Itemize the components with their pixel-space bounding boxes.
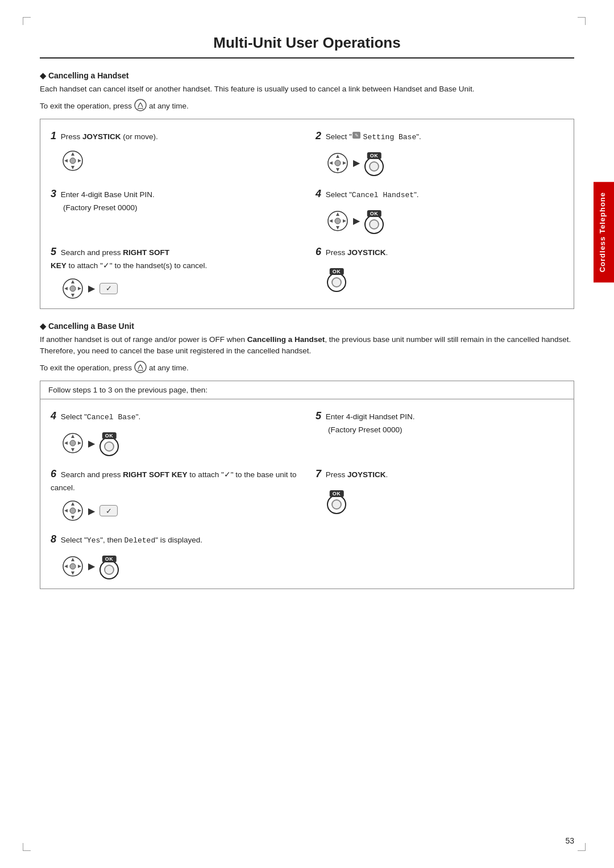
step-1-text: 1 Press JOYSTICK (or move).: [51, 128, 298, 144]
svg-marker-37: [71, 502, 74, 506]
check-button-s2-6: ✓: [99, 505, 118, 516]
s2-step-7-icons: OK: [327, 488, 563, 514]
joystick-icon-5: [62, 278, 84, 299]
step-1: 1 Press JOYSTICK (or move).: [51, 128, 298, 176]
svg-marker-24: [71, 294, 74, 297]
s2-step-8: 8 Select "Yes", then Deleted" is display…: [51, 532, 563, 579]
section2-steps-grid: 4 Select "Cancel Base".: [51, 408, 563, 579]
step-5-text: 5 Search and press RIGHT SOFTKEY to atta…: [51, 244, 298, 272]
svg-marker-5: [64, 159, 68, 162]
svg-marker-3: [71, 152, 74, 156]
svg-marker-11: [336, 155, 339, 158]
step-3: 3 Enter 4-digit Base Unit PIN. (Factory …: [51, 186, 298, 234]
svg-marker-44: [71, 571, 74, 575]
s2-step-7-text: 7 Press JOYSTICK.: [316, 466, 563, 482]
section-cancelling-handset: Cancelling a Handset Each handset can ca…: [40, 71, 574, 309]
step-6-text: 6 Press JOYSTICK.: [316, 244, 563, 260]
s2-step-7: 7 Press JOYSTICK. OK: [316, 466, 563, 521]
s2-step-5: 5 Enter 4-digit Handset PIN. (Factory Pr…: [316, 408, 563, 456]
s2-step-5-text: 5 Enter 4-digit Handset PIN. (Factory Pr…: [316, 408, 563, 436]
arrow-s2-4: ▶: [88, 438, 95, 449]
step-2-icons: ▶ OK: [327, 150, 563, 176]
step-4: 4 Select "Cancel Handset". ▶: [316, 186, 563, 234]
svg-marker-6: [78, 159, 81, 162]
svg-marker-38: [71, 516, 74, 519]
section1-steps-grid: 1 Press JOYSTICK (or move).: [51, 128, 563, 299]
ok-button-s2-4: OK: [99, 437, 119, 456]
section1-body: Each handset can cancel itself or anothe…: [40, 84, 574, 95]
joystick-icon: [62, 150, 84, 172]
section2-instruction-box: 4 Select "Cancel Base".: [40, 399, 574, 589]
joystick-icon-s2-8: [62, 556, 84, 577]
svg-marker-20: [343, 219, 346, 223]
page: Cordless Telephone Multi-Unit User Opera…: [0, 0, 614, 868]
svg-marker-13: [329, 161, 333, 165]
svg-marker-32: [71, 448, 74, 452]
step-6-icons: OK: [327, 266, 563, 292]
section2-to-exit: To exit the operation, press at any time…: [40, 361, 574, 375]
arrow-icon: ▶: [353, 157, 360, 168]
svg-marker-34: [78, 441, 81, 445]
step-2-text: 2 Select "✎ Setting Base".: [316, 128, 563, 144]
svg-marker-23: [71, 280, 74, 283]
ok-button-icon-4: OK: [364, 215, 384, 234]
s2-step-4-text: 4 Select "Cancel Base".: [51, 408, 298, 424]
ok-button-icon-6: OK: [327, 273, 346, 292]
page-title: Multi-Unit User Operations: [40, 34, 574, 59]
svg-point-21: [335, 218, 341, 224]
corner-tl: [23, 17, 31, 25]
corner-tr: [578, 17, 586, 25]
ok-button-s2-8: OK: [99, 560, 119, 579]
arrow-icon-4: ▶: [353, 215, 360, 226]
svg-marker-33: [64, 441, 68, 445]
s2-step-6-icons: ▶ ✓: [62, 500, 298, 521]
svg-point-28: [135, 361, 146, 373]
step-2: 2 Select "✎ Setting Base". ▶: [316, 128, 563, 176]
check-button: ✓: [99, 283, 118, 294]
s2-step-6-text: 6 Search and press RIGHT SOFT KEY to att…: [51, 466, 298, 494]
section2-header: Cancelling a Base Unit: [40, 322, 574, 331]
svg-marker-39: [64, 509, 68, 512]
ok-button-s2-7: OK: [327, 495, 346, 514]
joystick-icon-s2-4: [62, 432, 84, 454]
s2-step-8-icons: ▶ OK: [62, 553, 563, 579]
step-5-icons: ▶ ✓: [62, 278, 298, 299]
svg-point-35: [70, 440, 76, 446]
svg-marker-46: [78, 565, 81, 568]
corner-br: [578, 843, 586, 851]
svg-marker-26: [78, 287, 81, 290]
svg-point-7: [70, 158, 76, 164]
svg-marker-18: [336, 226, 339, 229]
s2-step-4-icons: ▶ OK: [62, 430, 298, 456]
step-5: 5 Search and press RIGHT SOFTKEY to atta…: [51, 244, 298, 299]
section1-instruction-box: 1 Press JOYSTICK (or move).: [40, 119, 574, 309]
page-number: 53: [565, 836, 574, 845]
svg-marker-17: [336, 212, 339, 216]
svg-marker-25: [64, 287, 68, 290]
svg-marker-45: [64, 565, 68, 568]
svg-point-47: [70, 564, 76, 569]
step-4-text: 4 Select "Cancel Handset".: [316, 186, 563, 202]
svg-point-41: [70, 508, 76, 514]
svg-marker-31: [71, 435, 74, 438]
cancel-icon: [134, 99, 147, 113]
corner-bl: [23, 843, 31, 851]
svg-marker-43: [71, 558, 74, 561]
arrow-icon-5: ▶: [88, 283, 95, 294]
svg-marker-19: [329, 219, 333, 223]
step-3-text: 3 Enter 4-digit Base Unit PIN. (Factory …: [51, 186, 298, 214]
svg-point-27: [70, 286, 76, 291]
joystick-icon-s2-6: [62, 500, 84, 521]
svg-marker-12: [336, 168, 339, 172]
follow-banner: Follow steps 1 to 3 on the previous page…: [40, 381, 574, 399]
section2-box-wrapper: Follow steps 1 to 3 on the previous page…: [40, 381, 574, 589]
step-1-icons: [62, 150, 298, 172]
joystick-icon-2: [327, 152, 349, 174]
svg-marker-14: [343, 161, 346, 165]
section2-body: If another handset is out of range and/o…: [40, 334, 574, 358]
svg-point-0: [135, 99, 146, 111]
ok-button-icon: OK: [364, 157, 384, 176]
arrow-s2-8: ▶: [88, 561, 95, 571]
svg-marker-4: [71, 166, 74, 169]
s2-step-6: 6 Search and press RIGHT SOFT KEY to att…: [51, 466, 298, 521]
